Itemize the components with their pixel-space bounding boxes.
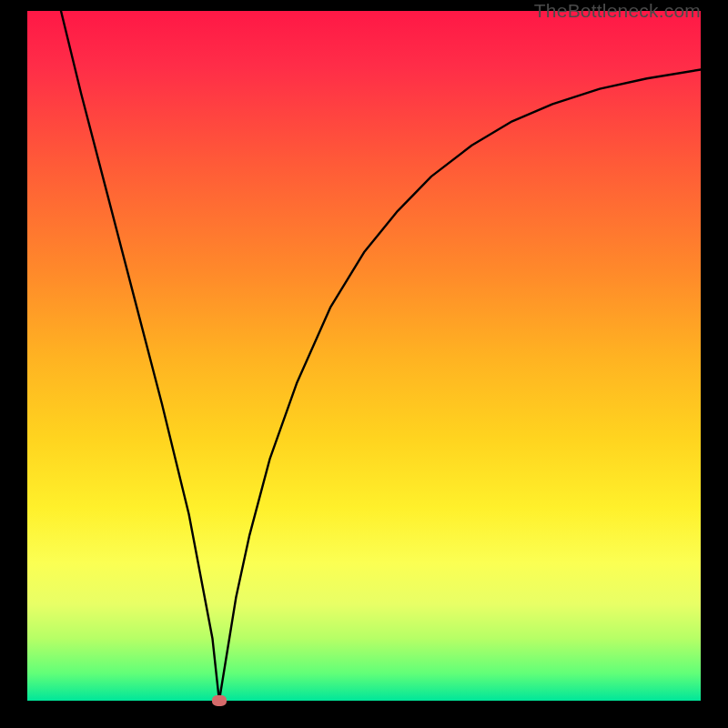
plot-area <box>27 11 701 701</box>
chart-frame: TheBottleneck.com <box>0 0 728 728</box>
optimum-marker <box>212 695 227 706</box>
curve-svg <box>27 11 701 701</box>
watermark: TheBottleneck.com <box>534 0 701 22</box>
bottleneck-curve <box>61 11 701 701</box>
